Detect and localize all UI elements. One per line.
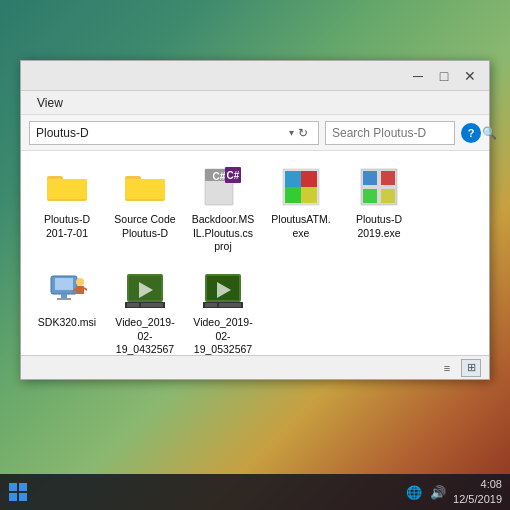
content-area: Ploutus-D 201-7-01 Source Code Ploutus-D [21,151,489,355]
list-item[interactable]: PloutusATM.exe [265,161,337,258]
svg-rect-15 [301,187,317,203]
view-icons-button[interactable]: ⊞ [461,359,481,377]
time-display: 4:08 [453,477,502,492]
csproj-icon: C# C# [201,165,245,209]
svg-line-28 [84,288,87,290]
status-bar: ≡ ⊞ [21,355,489,379]
folder-icon [45,165,89,209]
svg-rect-45 [9,493,17,501]
file-name: SDK320.msi [38,316,96,330]
file-name: Video_2019-02-19_043256734.wmv [113,316,177,355]
svg-rect-19 [363,189,377,203]
volume-icon[interactable]: 🔊 [429,483,447,501]
file-name: Backdoor.MSIL.Ploutus.csproj [191,213,255,254]
file-name: PloutusATM.exe [269,213,333,240]
file-name: Ploutus-D 2019.exe [347,213,411,240]
address-bar[interactable]: Ploutus-D ▾ ↻ [29,121,319,145]
system-clock: 4:08 12/5/2019 [453,477,502,508]
svg-rect-2 [47,179,87,199]
help-button[interactable]: ? [461,123,481,143]
svg-rect-13 [301,171,317,187]
svg-rect-43 [9,483,17,491]
folder-icon [123,165,167,209]
svg-point-25 [76,278,84,286]
file-name: Video_2019-02-19_053256734.wmv [191,316,255,355]
start-button[interactable] [0,474,36,510]
msi-icon [45,268,89,312]
address-text: Ploutus-D [36,126,285,140]
svg-rect-46 [19,493,27,501]
search-icon: 🔍 [482,126,497,140]
svg-rect-26 [77,286,84,294]
search-bar[interactable]: 🔍 [325,121,455,145]
maximize-button[interactable]: □ [433,65,455,87]
list-item[interactable]: C# C# Backdoor.MSIL.Ploutus.csproj [187,161,259,258]
menu-view[interactable]: View [29,94,71,112]
list-item[interactable]: Ploutus-D 201-7-01 [31,161,103,258]
svg-rect-20 [381,189,395,203]
file-explorer-window: ─ □ ✕ View Ploutus-D ▾ ↻ 🔍 ? [20,60,490,380]
menu-bar: View [21,91,489,115]
close-button[interactable]: ✕ [459,65,481,87]
svg-rect-22 [55,278,73,290]
svg-rect-14 [285,187,301,203]
search-input[interactable] [332,126,482,140]
svg-text:C#: C# [213,171,226,182]
svg-rect-5 [125,179,165,199]
file-name: Source Code Ploutus-D [113,213,177,240]
svg-rect-17 [363,171,377,185]
svg-rect-34 [127,303,139,307]
list-item[interactable]: Source Code Ploutus-D [109,161,181,258]
file-name: Ploutus-D 201-7-01 [35,213,99,240]
minimize-button[interactable]: ─ [407,65,429,87]
date-display: 12/5/2019 [453,492,502,507]
svg-text:C#: C# [227,170,240,181]
svg-rect-24 [57,298,71,300]
svg-rect-18 [381,171,395,185]
taskbar: 🌐 🔊 4:08 12/5/2019 [0,474,510,510]
view-details-button[interactable]: ≡ [437,359,457,377]
svg-rect-41 [205,303,217,307]
file-area: Ploutus-D 201-7-01 Source Code Ploutus-D [21,151,489,355]
list-item[interactable]: SDK320.msi [31,264,103,355]
desktop: ─ □ ✕ View Ploutus-D ▾ ↻ 🔍 ? [0,0,510,510]
list-item[interactable]: Ploutus-D 2019.exe [343,161,415,258]
network-icon[interactable]: 🌐 [405,483,423,501]
title-bar: ─ □ ✕ [21,61,489,91]
svg-rect-42 [219,303,241,307]
video2-icon [201,268,245,312]
list-item[interactable]: Video_2019-02-19_043256734.wmv [109,264,181,355]
svg-rect-44 [19,483,27,491]
svg-rect-35 [141,303,163,307]
refresh-icon[interactable]: ↻ [294,124,312,142]
video-icon [123,268,167,312]
exe-icon [279,165,323,209]
exe2-icon [357,165,401,209]
svg-rect-12 [285,171,301,187]
toolbar: Ploutus-D ▾ ↻ 🔍 ? [21,115,489,151]
list-item[interactable]: Video_2019-02-19_053256734.wmv [187,264,259,355]
title-bar-controls: ─ □ ✕ [407,65,481,87]
